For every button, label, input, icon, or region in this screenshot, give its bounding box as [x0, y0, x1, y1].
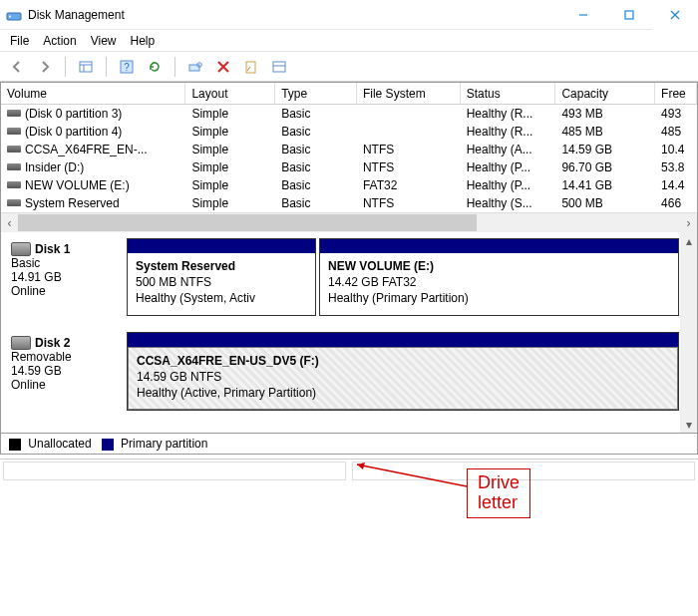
volume-icon [7, 181, 21, 188]
toolbar-separator [106, 57, 107, 77]
maximize-button[interactable] [606, 0, 652, 30]
disk-info[interactable]: Disk 1Basic14.91 GBOnline [7, 238, 127, 316]
svg-rect-6 [80, 62, 92, 72]
disk-size: 14.59 GB [11, 364, 123, 378]
svg-rect-15 [246, 62, 255, 73]
vertical-scrollbar[interactable]: ▴ ▾ [680, 232, 697, 433]
scroll-right-icon[interactable]: › [680, 214, 697, 231]
svg-rect-3 [625, 11, 633, 19]
view-button[interactable] [75, 56, 97, 78]
menu-help[interactable]: Help [131, 34, 156, 48]
svg-text:?: ? [124, 62, 130, 73]
partition-color-bar [128, 333, 678, 347]
column-type[interactable]: Type [275, 83, 357, 104]
legend-primary: Primary partition [102, 437, 208, 451]
volume-icon [7, 146, 21, 153]
partition-size: 14.42 GB FAT32 [328, 274, 670, 290]
table-row[interactable]: (Disk 0 partition 4)SimpleBasicHealthy (… [1, 123, 697, 141]
partition[interactable]: CCSA_X64FRE_EN-US_DV5 (F:)14.59 GB NTFSH… [127, 332, 679, 412]
toolbar-separator [65, 57, 66, 77]
column-volume[interactable]: Volume [1, 83, 185, 104]
properties-button[interactable] [240, 56, 262, 78]
disk-state: Online [11, 378, 123, 392]
scroll-down-icon[interactable]: ▾ [680, 416, 697, 433]
legend: Unallocated Primary partition [0, 434, 698, 455]
scroll-up-icon[interactable]: ▴ [680, 232, 697, 249]
partition-status: Healthy (Primary Partition) [328, 290, 670, 306]
partition-size: 500 MB NTFS [136, 274, 307, 290]
refresh-button[interactable] [144, 56, 166, 78]
table-row[interactable]: CCSA_X64FRE_EN-...SimpleBasicNTFSHealthy… [1, 141, 697, 158]
volume-icon [7, 199, 21, 206]
partition-status: Healthy (Active, Primary Partition) [137, 385, 669, 401]
partition[interactable]: NEW VOLUME (E:)14.42 GB FAT32Healthy (Pr… [319, 238, 679, 316]
window-title: Disk Management [28, 8, 125, 22]
drive-icon [11, 242, 31, 256]
minimize-button[interactable] [560, 0, 606, 30]
volume-icon [7, 128, 21, 135]
disk-kind: Basic [11, 256, 123, 270]
legend-swatch-primary [102, 439, 114, 451]
partition-status: Healthy (System, Activ [136, 290, 307, 306]
disk-row: Disk 2Removable14.59 GBOnlineCCSA_X64FRE… [7, 332, 697, 412]
volume-list: Volume Layout Type File System Status Ca… [0, 82, 698, 232]
column-layout[interactable]: Layout [185, 83, 275, 104]
column-status[interactable]: Status [461, 83, 556, 104]
partition-color-bar [320, 239, 678, 253]
table-row[interactable]: NEW VOLUME (E:)SimpleBasicFAT32Healthy (… [1, 176, 697, 194]
svg-rect-11 [189, 65, 199, 71]
disk-graphical-view: Disk 1Basic14.91 GBOnlineSystem Reserved… [0, 232, 698, 434]
app-icon [6, 7, 22, 23]
legend-label: Primary partition [121, 437, 207, 451]
disk-label: Disk 2 [35, 336, 70, 350]
disk-size: 14.91 GB [11, 270, 123, 284]
table-header: Volume Layout Type File System Status Ca… [1, 83, 697, 105]
volume-icon [7, 110, 21, 117]
partition-name: System Reserved [136, 258, 307, 274]
table-row[interactable]: (Disk 0 partition 3)SimpleBasicHealthy (… [1, 105, 697, 123]
volume-icon [7, 163, 21, 170]
legend-unallocated: Unallocated [9, 437, 92, 451]
drive-icon [11, 336, 31, 350]
toolbar: ? [0, 52, 698, 82]
annotation-text: letter [478, 493, 520, 513]
legend-label: Unallocated [28, 437, 91, 451]
scan-button[interactable] [184, 56, 206, 78]
column-filesystem[interactable]: File System [357, 83, 461, 104]
status-panel [3, 462, 346, 480]
scroll-left-icon[interactable]: ‹ [1, 214, 18, 231]
menu-action[interactable]: Action [43, 34, 76, 48]
disk-row: Disk 1Basic14.91 GBOnlineSystem Reserved… [7, 238, 697, 316]
statusbar [0, 459, 698, 482]
forward-button[interactable] [34, 56, 56, 78]
menubar: File Action View Help [0, 30, 698, 52]
partition-name: CCSA_X64FRE_EN-US_DV5 (F:) [137, 353, 669, 369]
delete-button[interactable] [212, 56, 234, 78]
partition[interactable]: System Reserved500 MB NTFSHealthy (Syste… [127, 238, 316, 316]
menu-view[interactable]: View [91, 34, 117, 48]
svg-point-1 [9, 15, 11, 17]
partition-name: NEW VOLUME (E:) [328, 258, 670, 274]
disk-info[interactable]: Disk 2Removable14.59 GBOnline [7, 332, 127, 412]
titlebar: Disk Management [0, 0, 698, 30]
settings-button[interactable] [268, 56, 290, 78]
menu-file[interactable]: File [10, 34, 29, 48]
help-button[interactable]: ? [116, 56, 138, 78]
disk-label: Disk 1 [35, 242, 70, 256]
disk-kind: Removable [11, 350, 123, 364]
legend-swatch-unallocated [9, 439, 21, 451]
table-row[interactable]: Insider (D:)SimpleBasicNTFSHealthy (P...… [1, 158, 697, 176]
partition-size: 14.59 GB NTFS [137, 369, 669, 385]
column-capacity[interactable]: Capacity [555, 83, 655, 104]
close-button[interactable] [652, 0, 698, 30]
toolbar-separator [174, 57, 175, 77]
column-free[interactable]: Free [655, 83, 697, 104]
scrollbar-thumb[interactable] [18, 214, 477, 231]
back-button[interactable] [6, 56, 28, 78]
horizontal-scrollbar[interactable]: ‹ › [1, 212, 697, 232]
status-panel [352, 462, 695, 480]
disk-state: Online [11, 284, 123, 298]
svg-rect-16 [273, 62, 285, 72]
table-row[interactable]: System ReservedSimpleBasicNTFSHealthy (S… [1, 194, 697, 212]
partition-color-bar [128, 239, 315, 253]
